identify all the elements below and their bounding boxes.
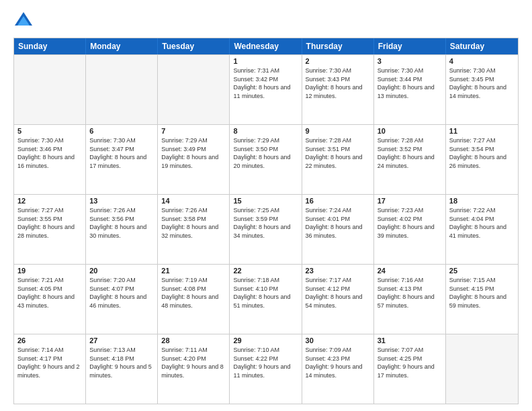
calendar-row-1: 1Sunrise: 7:31 AMSunset: 3:42 PMDaylight…: [14, 54, 518, 124]
day-cell-26: 26Sunrise: 7:14 AMSunset: 4:17 PMDayligh…: [14, 334, 86, 404]
day-info: Sunrise: 7:27 AMSunset: 3:54 PMDaylight:…: [449, 136, 515, 170]
day-info: Sunrise: 7:20 AMSunset: 4:07 PMDaylight:…: [89, 276, 154, 310]
weekday-header-saturday: Saturday: [446, 38, 518, 54]
day-info: Sunrise: 7:26 AMSunset: 3:58 PMDaylight:…: [161, 206, 226, 240]
day-cell-13: 13Sunrise: 7:26 AMSunset: 3:56 PMDayligh…: [86, 195, 158, 264]
day-info: Sunrise: 7:17 AMSunset: 4:12 PMDaylight:…: [306, 276, 370, 310]
day-number: 14: [161, 197, 226, 205]
day-number: 28: [161, 336, 226, 345]
day-cell-20: 20Sunrise: 7:20 AMSunset: 4:07 PMDayligh…: [86, 265, 158, 334]
day-number: 26: [17, 336, 82, 345]
day-number: 31: [378, 336, 442, 345]
logo-icon: [13, 11, 34, 31]
day-info: Sunrise: 7:21 AMSunset: 4:05 PMDaylight:…: [17, 276, 82, 310]
day-info: Sunrise: 7:30 AMSunset: 3:47 PMDaylight:…: [89, 136, 154, 170]
day-info: Sunrise: 7:26 AMSunset: 3:56 PMDaylight:…: [89, 206, 154, 240]
day-info: Sunrise: 7:14 AMSunset: 4:17 PMDaylight:…: [17, 346, 82, 379]
calendar-body: 1Sunrise: 7:31 AMSunset: 3:42 PMDaylight…: [14, 54, 518, 404]
day-info: Sunrise: 7:30 AMSunset: 3:44 PMDaylight:…: [378, 66, 442, 100]
day-number: 25: [449, 267, 515, 275]
day-number: 23: [306, 267, 370, 275]
day-cell-5: 5Sunrise: 7:30 AMSunset: 3:46 PMDaylight…: [14, 125, 86, 194]
day-number: 21: [161, 267, 226, 275]
calendar-row-4: 19Sunrise: 7:21 AMSunset: 4:05 PMDayligh…: [14, 264, 518, 334]
day-number: 27: [89, 336, 154, 345]
day-cell-9: 9Sunrise: 7:28 AMSunset: 3:51 PMDaylight…: [302, 125, 374, 194]
day-cell-28: 28Sunrise: 7:11 AMSunset: 4:20 PMDayligh…: [158, 334, 230, 404]
empty-cell: [14, 55, 86, 124]
day-info: Sunrise: 7:30 AMSunset: 3:45 PMDaylight:…: [449, 66, 515, 100]
day-number: 8: [233, 127, 298, 135]
day-cell-10: 10Sunrise: 7:28 AMSunset: 3:52 PMDayligh…: [374, 125, 446, 194]
day-number: 7: [161, 127, 226, 135]
day-info: Sunrise: 7:07 AMSunset: 4:25 PMDaylight:…: [378, 346, 442, 379]
day-number: 13: [89, 197, 154, 205]
weekday-header-thursday: Thursday: [302, 38, 374, 54]
day-info: Sunrise: 7:15 AMSunset: 4:15 PMDaylight:…: [449, 276, 515, 310]
weekday-header-wednesday: Wednesday: [230, 38, 302, 54]
weekday-header-sunday: Sunday: [14, 38, 86, 54]
day-number: 19: [17, 267, 82, 275]
day-info: Sunrise: 7:11 AMSunset: 4:20 PMDaylight:…: [161, 346, 226, 379]
day-info: Sunrise: 7:24 AMSunset: 4:01 PMDaylight:…: [306, 206, 370, 240]
day-cell-3: 3Sunrise: 7:30 AMSunset: 3:44 PMDaylight…: [374, 55, 446, 124]
day-cell-23: 23Sunrise: 7:17 AMSunset: 4:12 PMDayligh…: [302, 265, 374, 334]
day-number: 17: [378, 197, 442, 205]
day-info: Sunrise: 7:22 AMSunset: 4:04 PMDaylight:…: [449, 206, 515, 240]
calendar-header: SundayMondayTuesdayWednesdayThursdayFrid…: [14, 38, 518, 54]
day-cell-27: 27Sunrise: 7:13 AMSunset: 4:18 PMDayligh…: [86, 334, 158, 404]
day-info: Sunrise: 7:13 AMSunset: 4:18 PMDaylight:…: [89, 346, 154, 379]
day-info: Sunrise: 7:23 AMSunset: 4:02 PMDaylight:…: [378, 206, 442, 240]
day-cell-15: 15Sunrise: 7:25 AMSunset: 3:59 PMDayligh…: [230, 195, 302, 264]
day-number: 22: [233, 267, 298, 275]
day-number: 20: [89, 267, 154, 275]
empty-cell: [86, 55, 158, 124]
day-cell-22: 22Sunrise: 7:18 AMSunset: 4:10 PMDayligh…: [230, 265, 302, 334]
calendar-row-5: 26Sunrise: 7:14 AMSunset: 4:17 PMDayligh…: [14, 334, 518, 404]
page: SundayMondayTuesdayWednesdayThursdayFrid…: [0, 0, 532, 411]
day-cell-18: 18Sunrise: 7:22 AMSunset: 4:04 PMDayligh…: [446, 195, 518, 264]
day-cell-24: 24Sunrise: 7:16 AMSunset: 4:13 PMDayligh…: [374, 265, 446, 334]
day-number: 6: [89, 127, 154, 135]
day-cell-2: 2Sunrise: 7:30 AMSunset: 3:43 PMDaylight…: [302, 55, 374, 124]
day-info: Sunrise: 7:10 AMSunset: 4:22 PMDaylight:…: [233, 346, 298, 379]
day-cell-12: 12Sunrise: 7:27 AMSunset: 3:55 PMDayligh…: [14, 195, 86, 264]
day-info: Sunrise: 7:28 AMSunset: 3:51 PMDaylight:…: [306, 136, 370, 170]
day-info: Sunrise: 7:27 AMSunset: 3:55 PMDaylight:…: [17, 206, 82, 240]
weekday-header-tuesday: Tuesday: [158, 38, 230, 54]
day-cell-1: 1Sunrise: 7:31 AMSunset: 3:42 PMDaylight…: [230, 55, 302, 124]
day-number: 1: [233, 57, 298, 65]
calendar-row-2: 5Sunrise: 7:30 AMSunset: 3:46 PMDaylight…: [14, 124, 518, 194]
day-number: 5: [17, 127, 82, 135]
day-number: 29: [233, 336, 298, 345]
day-number: 24: [378, 267, 442, 275]
day-number: 18: [449, 197, 515, 205]
day-number: 11: [449, 127, 515, 135]
day-cell-7: 7Sunrise: 7:29 AMSunset: 3:49 PMDaylight…: [158, 125, 230, 194]
day-cell-4: 4Sunrise: 7:30 AMSunset: 3:45 PMDaylight…: [446, 55, 518, 124]
day-info: Sunrise: 7:30 AMSunset: 3:43 PMDaylight:…: [306, 66, 370, 100]
day-info: Sunrise: 7:09 AMSunset: 4:23 PMDaylight:…: [306, 346, 370, 379]
day-cell-29: 29Sunrise: 7:10 AMSunset: 4:22 PMDayligh…: [230, 334, 302, 404]
weekday-header-friday: Friday: [374, 38, 446, 54]
day-info: Sunrise: 7:31 AMSunset: 3:42 PMDaylight:…: [233, 66, 298, 100]
day-number: 9: [306, 127, 370, 135]
day-cell-30: 30Sunrise: 7:09 AMSunset: 4:23 PMDayligh…: [302, 334, 374, 404]
day-cell-21: 21Sunrise: 7:19 AMSunset: 4:08 PMDayligh…: [158, 265, 230, 334]
day-cell-16: 16Sunrise: 7:24 AMSunset: 4:01 PMDayligh…: [302, 195, 374, 264]
day-cell-19: 19Sunrise: 7:21 AMSunset: 4:05 PMDayligh…: [14, 265, 86, 334]
day-info: Sunrise: 7:19 AMSunset: 4:08 PMDaylight:…: [161, 276, 226, 310]
calendar: SundayMondayTuesdayWednesdayThursdayFrid…: [13, 38, 519, 404]
day-number: 15: [233, 197, 298, 205]
empty-cell: [158, 55, 230, 124]
day-cell-8: 8Sunrise: 7:29 AMSunset: 3:50 PMDaylight…: [230, 125, 302, 194]
day-cell-25: 25Sunrise: 7:15 AMSunset: 4:15 PMDayligh…: [446, 265, 518, 334]
calendar-row-3: 12Sunrise: 7:27 AMSunset: 3:55 PMDayligh…: [14, 194, 518, 264]
day-number: 10: [378, 127, 442, 135]
day-number: 16: [306, 197, 370, 205]
weekday-header-monday: Monday: [86, 38, 158, 54]
day-number: 30: [306, 336, 370, 345]
day-info: Sunrise: 7:18 AMSunset: 4:10 PMDaylight:…: [233, 276, 298, 310]
day-cell-11: 11Sunrise: 7:27 AMSunset: 3:54 PMDayligh…: [446, 125, 518, 194]
day-cell-31: 31Sunrise: 7:07 AMSunset: 4:25 PMDayligh…: [374, 334, 446, 404]
